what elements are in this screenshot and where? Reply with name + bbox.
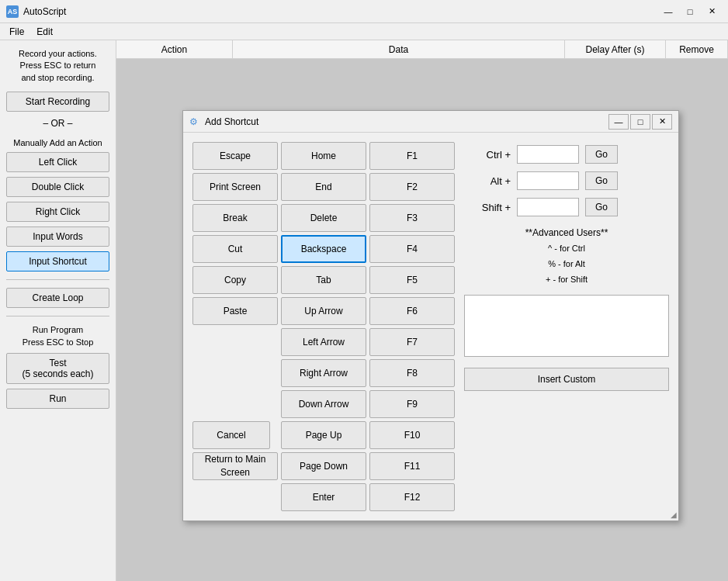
- ctrl-row: Ctrl + Go: [464, 145, 669, 164]
- dialog-controls: — □ ✕: [608, 114, 672, 130]
- create-loop-button[interactable]: Create Loop: [6, 288, 109, 308]
- dialog-title: Add Shortcut: [205, 116, 608, 127]
- menu-bar: File Edit: [0, 23, 728, 40]
- title-bar: AS AutoScript — □ ✕: [0, 0, 728, 23]
- ctrl-go-button[interactable]: Go: [585, 145, 618, 164]
- right-panel: Ctrl + Go Alt + Go Shift + Go: [464, 142, 669, 511]
- close-button[interactable]: ✕: [702, 4, 722, 19]
- key-f9[interactable]: F9: [369, 390, 455, 418]
- content-area: Action Data Delay After (s) Remove ⚙ Add…: [116, 40, 728, 581]
- key-f7[interactable]: F7: [369, 328, 455, 356]
- alt-label: Alt +: [464, 175, 511, 187]
- resize-handle[interactable]: ◢: [671, 510, 677, 519]
- double-click-button[interactable]: Double Click: [6, 177, 109, 197]
- input-shortcut-button[interactable]: Input Shortcut: [6, 251, 109, 271]
- right-click-button[interactable]: Right Click: [6, 202, 109, 222]
- key-f5[interactable]: F5: [369, 266, 455, 294]
- key-Paste[interactable]: Paste: [192, 297, 278, 325]
- key-Print Screen[interactable]: Print Screen: [192, 173, 278, 201]
- key-down-arrow[interactable]: Down Arrow: [281, 390, 366, 418]
- shift-go-button[interactable]: Go: [585, 198, 618, 216]
- ctrl-label: Ctrl +: [464, 149, 511, 161]
- sidebar-divider: [6, 279, 109, 280]
- dialog-title-bar: ⚙ Add Shortcut — □ ✕: [183, 111, 678, 133]
- key-f2[interactable]: F2: [369, 173, 455, 201]
- alt-go-button[interactable]: Go: [585, 171, 618, 190]
- key-f12[interactable]: F12: [369, 483, 455, 511]
- key-f11[interactable]: F11: [369, 452, 455, 480]
- dialog-close-button[interactable]: ✕: [652, 114, 672, 130]
- empty-cell: [192, 483, 278, 511]
- run-program-text: Run Program Press ESC to Stop: [6, 324, 109, 348]
- alt-input[interactable]: [517, 171, 579, 190]
- insert-custom-button[interactable]: Insert Custom: [464, 368, 669, 391]
- record-instructions: Record your actions. Press ESC to return…: [6, 48, 109, 84]
- key-tab[interactable]: Tab: [281, 266, 366, 294]
- menu-edit[interactable]: Edit: [30, 25, 59, 39]
- key-backspace[interactable]: Backspace: [281, 235, 366, 263]
- main-area: Record your actions. Press ESC to return…: [0, 40, 728, 581]
- dialog-minimize-button[interactable]: —: [608, 114, 629, 130]
- manually-add-title: Manually Add an Action: [6, 138, 109, 147]
- key-f3[interactable]: F3: [369, 204, 455, 232]
- minimize-button[interactable]: —: [658, 4, 678, 19]
- key-Escape[interactable]: Escape: [192, 142, 278, 170]
- run-button[interactable]: Run: [6, 389, 109, 409]
- key-grid: EscapeHomeF1Print ScreenEndF2BreakDelete…: [192, 142, 455, 511]
- input-words-button[interactable]: Input Words: [6, 227, 109, 247]
- maximize-button[interactable]: □: [680, 4, 700, 19]
- key-page-down[interactable]: Page Down: [281, 452, 366, 480]
- key-f6[interactable]: F6: [369, 297, 455, 325]
- key-up-arrow[interactable]: Up Arrow: [281, 297, 366, 325]
- key-Copy[interactable]: Copy: [192, 266, 278, 294]
- advanced-hints: ^ - for Ctrl % - for Alt + - for Shift: [464, 241, 669, 287]
- sidebar-divider-2: [6, 316, 109, 316]
- menu-file[interactable]: File: [3, 25, 30, 39]
- key-enter[interactable]: Enter: [281, 483, 366, 511]
- return-to-main-button[interactable]: Return to Main Screen: [192, 452, 278, 480]
- dialog-body: EscapeHomeF1Print ScreenEndF2BreakDelete…: [183, 133, 678, 520]
- dialog-maximize-button[interactable]: □: [630, 114, 650, 130]
- key-home[interactable]: Home: [281, 142, 366, 170]
- app-icon: AS: [6, 5, 19, 18]
- key-empty-7: [192, 359, 278, 387]
- custom-shortcut-textarea[interactable]: [464, 295, 669, 357]
- advanced-section: **Advanced Users** ^ - for Ctrl % - for …: [464, 227, 669, 287]
- key-end[interactable]: End: [281, 173, 366, 201]
- left-click-button[interactable]: Left Click: [6, 152, 109, 172]
- advanced-title: **Advanced Users**: [464, 227, 669, 238]
- key-right-arrow[interactable]: Right Arrow: [281, 359, 366, 387]
- key-f4[interactable]: F4: [369, 235, 455, 263]
- dialog-overlay: ⚙ Add Shortcut — □ ✕ EscapeHomeF1Print S…: [116, 40, 728, 581]
- key-left-arrow[interactable]: Left Arrow: [281, 328, 366, 356]
- dialog-icon: ⚙: [189, 116, 200, 127]
- key-delete[interactable]: Delete: [281, 204, 366, 232]
- test-button[interactable]: Test (5 seconds each): [6, 353, 109, 384]
- cancel-button[interactable]: Cancel: [192, 421, 270, 449]
- shift-row: Shift + Go: [464, 198, 669, 216]
- shift-label: Shift +: [464, 202, 511, 213]
- shift-input[interactable]: [517, 198, 579, 216]
- alt-row: Alt + Go: [464, 171, 669, 190]
- key-empty-8: [192, 390, 278, 418]
- start-recording-button[interactable]: Start Recording: [6, 92, 109, 112]
- key-page-up[interactable]: Page Up: [281, 421, 366, 449]
- or-label: – OR –: [6, 118, 109, 129]
- key-Break[interactable]: Break: [192, 204, 278, 232]
- sidebar: Record your actions. Press ESC to return…: [0, 40, 116, 581]
- key-f8[interactable]: F8: [369, 359, 455, 387]
- ctrl-input[interactable]: [517, 145, 579, 164]
- key-f10[interactable]: F10: [369, 421, 455, 449]
- app-title: AutoScript: [23, 6, 658, 17]
- key-f1[interactable]: F1: [369, 142, 455, 170]
- key-empty-6: [192, 328, 278, 356]
- add-shortcut-dialog: ⚙ Add Shortcut — □ ✕ EscapeHomeF1Print S…: [182, 110, 679, 521]
- key-Cut[interactable]: Cut: [192, 235, 278, 263]
- title-bar-controls: — □ ✕: [658, 4, 722, 19]
